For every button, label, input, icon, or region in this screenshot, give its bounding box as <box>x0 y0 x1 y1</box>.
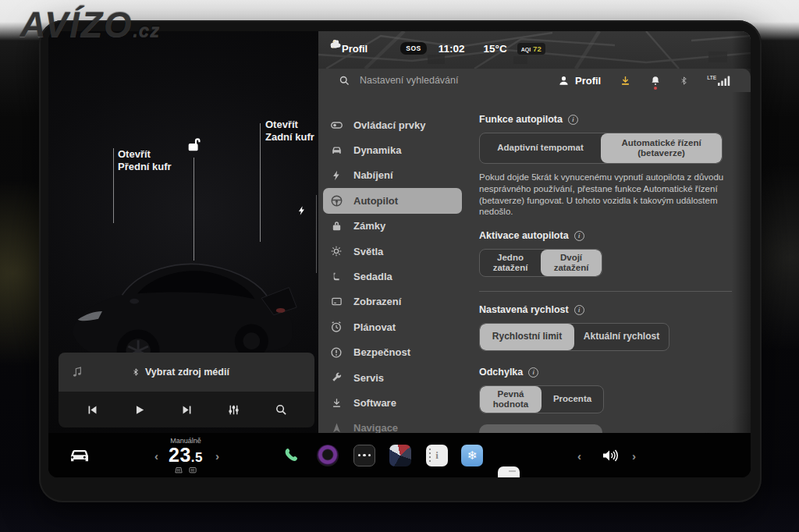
notes-glyph: i <box>435 449 439 462</box>
profile-label: Profil <box>575 75 601 87</box>
lte-signal-icon[interactable]: LTE <box>707 75 730 86</box>
offset-title: Odchylka i <box>479 367 733 378</box>
service-icon <box>329 371 343 384</box>
menu-label: Zámky <box>353 220 385 232</box>
vehicle-status-panel: Otevřít Přední kufr Otevřít Zadní kufr <box>48 31 318 433</box>
settings-search-bar[interactable]: Nastavení vyhledávání Profil <box>318 69 751 92</box>
navigation-app-icon[interactable] <box>389 445 411 466</box>
option-speed-limit[interactable]: Rychlostní limit <box>480 324 574 350</box>
avizo-watermark: AVÍZO.cz <box>20 5 160 45</box>
menu-item-dynamics[interactable]: Dynamika <box>318 137 471 162</box>
charging-icon <box>329 169 343 182</box>
option-fixed-value[interactable]: Pevná hodnota <box>480 386 542 413</box>
profile-button[interactable]: Profil <box>558 75 601 87</box>
unlock-icon[interactable] <box>186 136 203 153</box>
notifications-bell-icon[interactable] <box>650 75 661 87</box>
option-double-pull[interactable]: Dvojí zatažení <box>541 250 602 276</box>
menu-item-autopilot[interactable]: Autopilot <box>323 188 462 213</box>
activation-segmented-control: Jedno zatažení Dvojí zatažení <box>479 249 602 277</box>
menu-item-service[interactable]: Servis <box>318 365 471 390</box>
settings-body: Ovládací prvky Dynamika Nabíjení Autopil… <box>318 92 751 433</box>
play-button[interactable] <box>130 399 150 420</box>
option-single-pull[interactable]: Jedno zatažení <box>480 250 541 276</box>
menu-item-display[interactable]: Zobrazení <box>318 289 471 314</box>
menu-item-software[interactable]: Software <box>318 390 471 415</box>
open-trunk-button[interactable]: Otevřít Zadní kufr <box>265 119 314 143</box>
menu-item-controls[interactable]: Ovládací prvky <box>318 112 471 137</box>
trunk-label-action: Otevřít <box>265 119 314 131</box>
menu-label: Zobrazení <box>353 296 401 307</box>
launcher-bar: ‹ Manuálně 23.5 › i ❄ ‹ › <box>48 433 751 477</box>
lte-label: LTE <box>707 75 716 80</box>
software-download-icon[interactable] <box>620 75 631 87</box>
bluetooth-status-icon[interactable] <box>680 75 688 87</box>
aqi-badge[interactable]: AQI 72 <box>517 43 545 55</box>
media-source-row[interactable]: Vybrat zdroj médií <box>59 353 314 392</box>
menu-item-seats[interactable]: Sedadla <box>318 264 471 289</box>
menu-item-safety[interactable]: Bezpečnost <box>318 340 471 365</box>
info-icon[interactable]: i <box>574 305 584 315</box>
search-icon <box>339 75 350 87</box>
menu-item-lights[interactable]: Světla <box>318 239 471 264</box>
info-icon[interactable]: i <box>568 115 578 125</box>
option-autosteer-beta[interactable]: Automatické řízení (betaverze) <box>601 133 722 163</box>
option-adaptive-cruise[interactable]: Adaptivní tempomat <box>480 133 601 163</box>
navigation-icon <box>329 422 343 433</box>
activation-title: Aktivace autopilota i <box>479 230 733 241</box>
tesla-touchscreen: Otevřít Přední kufr Otevřít Zadní kufr <box>48 31 751 477</box>
set-speed-title: Nastavená rychlost i <box>479 304 733 315</box>
snowflake-icon: ❄ <box>467 449 478 463</box>
camera-app-icon[interactable] <box>317 445 339 466</box>
aqi-value: 72 <box>533 44 542 53</box>
autopilot-settings-content: Funkce autopilota i Adaptivní tempomat A… <box>471 92 751 433</box>
temp-increase-chevron[interactable]: › <box>215 449 219 462</box>
climate-temperature[interactable]: 23.5 <box>169 445 203 464</box>
option-current-speed[interactable]: Aktuální rychlost <box>574 324 669 350</box>
previous-track-button[interactable] <box>82 399 102 420</box>
menu-label: Servis <box>353 372 384 384</box>
front-defrost-icon[interactable] <box>174 466 183 473</box>
navigation-map[interactable]: Profil SOS 11:02 15°C AQI 72 <box>318 31 751 69</box>
sos-badge[interactable]: SOS <box>400 42 426 55</box>
aqi-label: AQI <box>521 47 531 52</box>
offset-segmented-control: Pevná hodnota Procenta <box>479 385 604 413</box>
features-title: Funkce autopilota i <box>479 114 733 125</box>
frunk-label-target: Přední kufr <box>118 161 172 173</box>
media-controls-row <box>59 392 314 427</box>
rear-defrost-icon[interactable] <box>188 466 197 473</box>
equalizer-button[interactable] <box>224 399 244 420</box>
volume-up-chevron[interactable]: › <box>632 449 636 462</box>
app-drawer-icon[interactable] <box>353 445 375 466</box>
menu-item-navigation[interactable]: Navigace <box>318 416 471 433</box>
climate-app-icon[interactable]: ❄ <box>461 445 483 466</box>
menu-item-schedule[interactable]: Plánovat <box>318 314 471 339</box>
menu-label: Sedadla <box>353 271 392 282</box>
option-percentage[interactable]: Procenta <box>542 386 603 413</box>
car-status-button[interactable] <box>67 445 92 466</box>
menu-label: Ovládací prvky <box>353 119 426 131</box>
calendar-app-icon[interactable] <box>498 466 520 478</box>
menu-item-charging[interactable]: Nabíjení <box>318 163 471 188</box>
info-icon[interactable]: i <box>574 231 584 241</box>
bluetooth-icon <box>132 367 140 378</box>
temp-decrease-chevron[interactable]: ‹ <box>154 449 158 462</box>
volume-down-chevron[interactable]: ‹ <box>577 449 581 462</box>
status-bar: Profil SOS 11:02 15°C AQI 72 <box>329 38 545 59</box>
notification-dot <box>654 87 657 90</box>
controls-icon <box>329 119 343 132</box>
info-icon[interactable]: i <box>528 367 538 378</box>
safety-icon <box>329 346 343 359</box>
media-mini-player: Vybrat zdroj médií <box>59 353 314 427</box>
climate-control[interactable]: Manuálně 23.5 <box>169 437 203 473</box>
open-frunk-button[interactable]: Otevřít Přední kufr <box>118 148 172 172</box>
volume-speaker-icon[interactable] <box>601 447 621 464</box>
media-search-button[interactable] <box>271 399 291 420</box>
search-placeholder: Nastavení vyhledávání <box>360 75 458 86</box>
profile-label: Profil <box>342 43 368 55</box>
charge-port-bolt-icon[interactable] <box>297 204 307 217</box>
outside-temperature[interactable]: 15°C <box>483 43 506 55</box>
notes-app-icon[interactable]: i <box>426 445 448 466</box>
phone-app-icon[interactable] <box>282 446 301 465</box>
next-track-button[interactable] <box>176 399 197 420</box>
menu-item-locks[interactable]: Zámky <box>318 214 471 239</box>
